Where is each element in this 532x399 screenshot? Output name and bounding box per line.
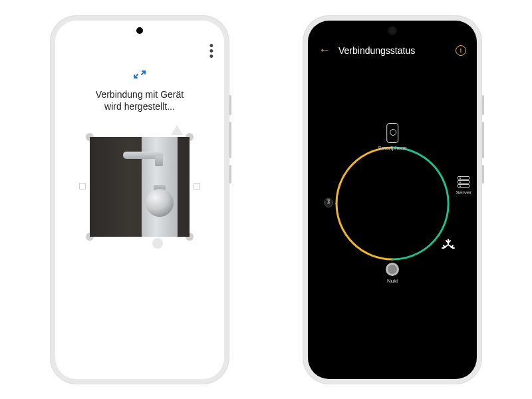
camera-punch-hole — [136, 27, 143, 34]
door-lock-image — [90, 137, 190, 237]
matter-pairing-icon — [132, 68, 147, 83]
screen-google-home: ••• Verbindung mit Gerät wird hergestell… — [55, 21, 224, 379]
node-server[interactable]: Server — [456, 176, 471, 196]
ring-graphic — [329, 140, 456, 267]
node-label: Smartphone — [378, 145, 407, 151]
screen-nuki: ← Verbindungsstatus i Smartphone S — [308, 21, 477, 379]
device-image-container — [90, 137, 190, 237]
phone-button — [229, 95, 231, 115]
node-label: Server — [456, 190, 471, 196]
node-matter[interactable] — [441, 238, 456, 255]
nuki-lock-icon — [386, 263, 399, 276]
crop-handle — [79, 183, 86, 190]
page-title: Verbindungsstatus — [338, 45, 415, 56]
node-label: Nuki — [387, 278, 398, 284]
back-button[interactable]: ← — [319, 43, 331, 57]
phone-frame-left: ••• Verbindung mit Gerät wird hergestell… — [50, 15, 229, 384]
title-line: wird hergestellt... — [55, 100, 224, 113]
camera-punch-hole — [389, 27, 396, 34]
smartphone-icon — [386, 123, 398, 143]
phone-button — [229, 165, 231, 184]
crop-handle — [194, 183, 200, 190]
connecting-title: Verbindung mit Gerät wird hergestellt... — [55, 88, 224, 114]
header-bar: ← Verbindungsstatus i — [308, 41, 477, 61]
title-line: Verbindung mit Gerät — [55, 88, 224, 101]
decoration-circle — [152, 238, 163, 249]
phone-button — [229, 122, 231, 158]
bluetooth-icon — [324, 198, 333, 207]
decoration-triangle — [171, 125, 183, 135]
phone-frame-right: ← Verbindungsstatus i Smartphone S — [303, 15, 482, 384]
node-bluetooth[interactable] — [324, 198, 333, 209]
phone-button — [482, 95, 484, 115]
server-icon — [458, 176, 469, 188]
info-button[interactable]: i — [456, 45, 466, 56]
phone-button — [482, 165, 484, 184]
connection-ring: Smartphone Server Nu — [329, 140, 456, 267]
overflow-menu-button[interactable]: ••• — [209, 43, 213, 59]
node-smartphone[interactable]: Smartphone — [378, 123, 407, 151]
matter-icon — [441, 238, 456, 253]
phone-button — [482, 122, 484, 158]
node-nuki[interactable]: Nuki — [386, 263, 399, 284]
